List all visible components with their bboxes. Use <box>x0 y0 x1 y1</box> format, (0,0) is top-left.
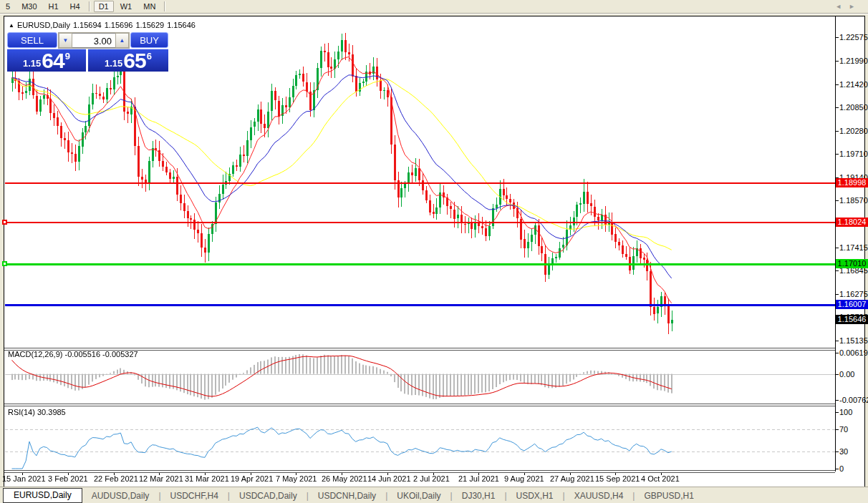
chart-tab-usdchf[interactable]: USDCHF,H4 <box>161 489 228 503</box>
date-label: 9 Aug 2021 <box>504 474 544 483</box>
macd-value: -0.005516 <box>64 350 100 358</box>
trade-panel-row: SELL ▼ 3.00 ▲ BUY <box>7 32 168 49</box>
sell-button[interactable]: SELL <box>7 32 57 48</box>
axis-tick <box>835 270 839 271</box>
collapse-triangle-icon[interactable]: ▲ <box>9 22 14 29</box>
rsi-label: RSI(14) 30.3985 <box>8 408 66 416</box>
price-tick-label: 1.22575 <box>839 33 868 41</box>
date-label: 21 Jul 2021 <box>458 474 499 483</box>
price-tick-label: 1.16275 <box>839 290 868 298</box>
volume-input[interactable]: 3.00 <box>72 33 115 48</box>
macd-rsi-splitter[interactable] <box>4 404 835 406</box>
price-marker-1.18024: 1.18024 <box>836 218 868 227</box>
chart-tab-dj30[interactable]: DJ30,H1 <box>453 489 505 503</box>
chart-tab-usdcnh[interactable]: USDCNH,Daily <box>309 489 385 503</box>
ohlc-open: 1.15694 <box>73 21 102 29</box>
macd-signal-value: -0.005327 <box>102 350 138 358</box>
axis-tick <box>835 469 839 469</box>
date-label: 26 May 2021 <box>322 474 367 483</box>
sell-price-tile[interactable]: 1.15 64 9 <box>7 49 86 72</box>
price-marker-1.15646: 1.15646 <box>836 315 868 324</box>
axis-tick <box>835 400 839 401</box>
axis-tick <box>835 61 839 62</box>
trendline-handle[interactable] <box>2 220 7 225</box>
axis-tick <box>835 84 839 85</box>
macd-label: MACD(12,26,9) -0.005516 -0.005327 <box>8 350 138 358</box>
date-label: 27 Aug 2021 <box>550 474 594 483</box>
price-tick-label: 1.18570 <box>839 196 868 205</box>
axis-tick <box>835 353 839 353</box>
toolbar-separator <box>164 1 165 11</box>
price-marker-1.17010: 1.17010 <box>836 259 868 268</box>
one-click-trade-panel: SELL ▼ 3.00 ▲ BUY 1.15 64 9 1.15 65 6 <box>7 32 168 72</box>
price-tick-label: 1.15135 <box>839 336 868 345</box>
axis-tick <box>835 200 839 201</box>
rsi-dates-splitter <box>4 470 835 473</box>
axis-tick <box>835 248 839 248</box>
timeframe-button-5[interactable]: 5 <box>1 1 15 12</box>
ohlc-close: 1.15646 <box>167 21 196 29</box>
date-label: 4 Oct 2021 <box>641 474 680 483</box>
axis-tick <box>835 37 839 38</box>
date-label: 12 Mar 2021 <box>139 474 183 483</box>
date-label: 14 Jun 2021 <box>367 474 411 483</box>
ohlc-high: 1.15696 <box>105 21 133 29</box>
volume-control: ▼ 3.00 ▲ <box>58 32 130 49</box>
volume-decrease-button[interactable]: ▼ <box>59 33 72 48</box>
rsi-axis-label: 70 <box>839 425 868 434</box>
chart-tab-eurusd[interactable]: EURUSD,Daily <box>3 488 82 503</box>
price-tick-label: 1.17415 <box>839 243 868 252</box>
timeframe-button-w1[interactable]: W1 <box>115 1 138 12</box>
timeframe-button-d1[interactable]: D1 <box>94 1 114 12</box>
chart-tab-xauusd[interactable]: XAUUSD,H4 <box>565 489 633 503</box>
chart-tab-usdcad[interactable]: USDCAD,Daily <box>230 489 307 503</box>
price-marker-1.18998: 1.18998 <box>836 178 868 187</box>
macd-axis-max: 0.006193 <box>839 348 868 357</box>
volume-increase-button[interactable]: ▲ <box>115 33 129 48</box>
buy-price-main: 65 <box>123 52 145 70</box>
chart-tab-gbpusd[interactable]: GBPUSD,H1 <box>635 489 703 503</box>
tab-scroll-left-icon[interactable]: ◄ <box>835 3 849 10</box>
sell-price-base: 1.15 <box>23 58 41 69</box>
chart-symbol-label: EURUSD,Daily <box>17 21 70 29</box>
trendline-handle[interactable] <box>2 261 7 266</box>
buy-button[interactable]: BUY <box>130 32 168 48</box>
rsi-axis-label: 0 <box>839 464 868 473</box>
timeframe-button-m30[interactable]: M30 <box>16 1 42 12</box>
price-tick-label: 1.21420 <box>839 80 868 89</box>
sell-price-main: 64 <box>42 52 64 70</box>
tab-scroll-right-icon[interactable]: ► <box>849 3 862 10</box>
chart-canvas[interactable] <box>5 16 835 471</box>
timeframe-button-h4[interactable]: H4 <box>65 1 85 12</box>
axis-tick <box>835 154 839 155</box>
date-label: 15 Jan 2021 <box>2 474 46 483</box>
timeframe-button-mn[interactable]: MN <box>138 1 160 12</box>
chart-tab-bar: EURUSD,DailyAUDUSD,Daily|USDCHF,H4|USDCA… <box>0 487 868 503</box>
chart-tab-ukoil[interactable]: UKOil,Daily <box>387 489 450 503</box>
rsi-value: 30.3985 <box>37 408 66 416</box>
price-marker-1.16007: 1.16007 <box>836 300 868 309</box>
date-label: 31 Mar 2021 <box>185 474 229 483</box>
macd-name: MACD(12,26,9) <box>8 350 62 358</box>
ohlc-low: 1.15629 <box>135 21 164 29</box>
buy-price-base: 1.15 <box>105 58 122 69</box>
date-label: 15 Sep 2021 <box>595 474 640 483</box>
price-tick-label: 1.20280 <box>839 127 868 135</box>
date-label: 7 May 2021 <box>276 474 317 483</box>
chart-tab-audusd[interactable]: AUDUSD,Daily <box>82 489 159 503</box>
date-label: 19 Apr 2021 <box>231 474 273 483</box>
date-label: 22 Feb 2021 <box>94 474 138 483</box>
date-label: 2 Jul 2021 <box>413 474 450 483</box>
axis-tick <box>835 131 839 132</box>
sell-price-pip: 9 <box>65 51 70 62</box>
rsi-axis-label: 30 <box>839 447 868 456</box>
price-tick-label: 1.20850 <box>839 103 868 112</box>
timeframe-button-h1[interactable]: H1 <box>44 1 64 12</box>
chart-tab-usdx[interactable]: USDX,H1 <box>507 489 563 503</box>
tab-scroll-arrows[interactable]: ◄► <box>835 3 862 10</box>
macd-axis-min: -0.007621 <box>839 396 868 404</box>
axis-tick <box>835 429 839 430</box>
buy-price-tile[interactable]: 1.15 65 6 <box>88 49 168 72</box>
rsi-axis-label: 100 <box>839 408 868 416</box>
axis-tick <box>835 107 839 108</box>
